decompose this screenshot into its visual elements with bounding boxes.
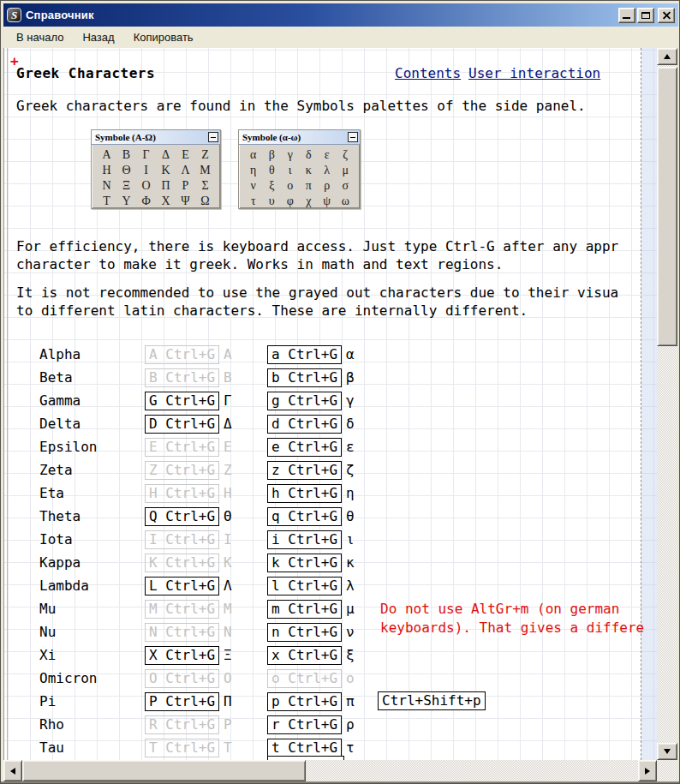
shortcut-group: b Ctrl+Gβ	[267, 366, 355, 389]
shortcut-box: h Ctrl+G	[267, 484, 342, 503]
palette-letter: Κ	[156, 163, 176, 178]
shortcut-group: i Ctrl+Gι	[267, 528, 355, 551]
letter-name: Theta	[39, 505, 81, 528]
palette-letter: ω	[337, 194, 355, 209]
shortcut-group: O Ctrl+GO	[145, 667, 232, 690]
close-button[interactable]	[658, 8, 675, 23]
shortcut-group: B Ctrl+GB	[145, 366, 232, 389]
shortcut-group: A Ctrl+GA	[145, 343, 232, 366]
result-char: Λ	[224, 578, 232, 594]
vertical-scroll-thumb[interactable]	[657, 67, 677, 346]
palette-letter: Ο	[136, 178, 156, 194]
letter-name: Mu	[39, 597, 56, 620]
palette-letter: β	[263, 147, 282, 163]
shortcut-box: i Ctrl+G	[267, 530, 342, 549]
letter-name: Pi	[39, 690, 56, 713]
shortcut-group: r Ctrl+Gρ	[267, 713, 355, 736]
scrollbar-corner	[657, 760, 677, 781]
palette-letter: ξ	[263, 178, 282, 194]
palette-letter: α	[244, 147, 263, 163]
scroll-left-button[interactable]	[3, 760, 22, 781]
palette-letter: Ι	[136, 163, 156, 178]
result-char: β	[346, 369, 355, 386]
menu-item-copy[interactable]: Копировать	[128, 28, 200, 46]
shortcut-box: a Ctrl+G	[267, 345, 342, 364]
shortcut-box: T Ctrl+G	[145, 739, 219, 757]
scroll-down-button[interactable]	[657, 743, 677, 760]
shortcut-box: N Ctrl+G	[145, 623, 219, 642]
shortcut-group: g Ctrl+Gγ	[267, 389, 355, 412]
palette-letter: Λ	[176, 163, 195, 178]
menu-item-home[interactable]: В начало	[10, 28, 69, 46]
result-char: γ	[346, 392, 355, 409]
palette-letter: ρ	[318, 178, 337, 194]
arrow-up-icon	[664, 54, 671, 59]
shortcut-box: x Ctrl+G	[267, 646, 342, 665]
menu-bar: В начало Назад Копировать	[3, 27, 678, 48]
shortcut-box: z Ctrl+G	[267, 461, 342, 480]
minimize-button[interactable]	[618, 8, 635, 23]
shortcut-box: b Ctrl+G	[267, 368, 342, 387]
app-icon: S	[7, 8, 21, 22]
result-char: ν	[346, 624, 355, 640]
table-row: BetaB Ctrl+GBb Ctrl+Gβ	[3, 366, 657, 389]
link-contents[interactable]: Contents	[395, 65, 461, 81]
help-page: + Greek Characters ContentsUser interact…	[3, 48, 657, 760]
shortcut-box: r Ctrl+G	[267, 715, 342, 734]
palette-letter: Ρ	[176, 178, 195, 194]
scroll-up-button[interactable]	[657, 48, 677, 65]
result-char: T	[224, 739, 232, 756]
result-char: N	[224, 624, 232, 640]
shortcut-box: R Ctrl+G	[145, 715, 219, 734]
palette-title: Symbole (α-ω)	[239, 130, 360, 145]
shortcut-box: B Ctrl+G	[145, 368, 219, 387]
palette-letter: Η	[97, 163, 116, 178]
result-char: π	[346, 693, 355, 709]
result-char: H	[224, 485, 232, 501]
shortcut-group: Q Ctrl+GΘ	[145, 505, 232, 528]
letter-name: Zeta	[39, 458, 73, 482]
vertical-scrollbar[interactable]	[657, 48, 677, 760]
result-char: ζ	[346, 462, 355, 478]
letter-name: Kappa	[39, 551, 81, 574]
link-user-interaction[interactable]: User interaction	[468, 65, 600, 81]
result-char: O	[224, 670, 232, 686]
horizontal-scroll-thumb[interactable]	[22, 760, 306, 781]
shortcut-box: m Ctrl+G	[267, 600, 342, 619]
shortcut-group: d Ctrl+Gδ	[267, 412, 355, 435]
shortcut-box: A Ctrl+G	[145, 345, 219, 364]
shortcut-group: R Ctrl+GP	[145, 713, 232, 736]
shortcut-box: Z Ctrl+G	[145, 461, 219, 480]
shortcut-box: M Ctrl+G	[145, 600, 219, 619]
horizontal-scrollbar[interactable]	[3, 760, 657, 781]
scroll-right-button[interactable]	[638, 760, 657, 781]
window-title: Справочник	[26, 9, 618, 21]
shortcut-group: G Ctrl+GΓ	[145, 389, 232, 412]
letter-name: Eta	[39, 482, 64, 505]
palette-letter: Ν	[97, 178, 116, 194]
shortcut-group: P Ctrl+GΠ	[145, 690, 232, 713]
shortcut-group: E Ctrl+GE	[145, 435, 232, 458]
palette-letter: Β	[116, 147, 136, 163]
shortcut-box: K Ctrl+G	[145, 554, 219, 572]
result-char: Π	[224, 693, 232, 709]
result-char: ρ	[346, 716, 355, 733]
maximize-button[interactable]	[637, 8, 654, 23]
shortcut-group: l Ctrl+Gλ	[267, 574, 355, 597]
palette-letter: Φ	[136, 194, 156, 209]
shortcut-box-extra: Ctrl+Shift+p	[378, 691, 486, 710]
menu-item-back[interactable]: Назад	[76, 28, 120, 46]
palette-letter: ο	[281, 178, 300, 194]
title-bar[interactable]: S Справочник	[3, 3, 678, 27]
altgr-warning: Do not use AltGr+m (on german keyboards)…	[380, 600, 644, 637]
palette-letter: η	[244, 163, 263, 178]
palette-letter: ν	[244, 178, 263, 194]
palette-letter: χ	[300, 194, 319, 209]
shortcut-box: D Ctrl+G	[145, 415, 219, 434]
table-row: ThetaQ Ctrl+GΘq Ctrl+Gθ	[3, 505, 657, 528]
table-row: IotaI Ctrl+GIi Ctrl+Gι	[3, 528, 657, 551]
shortcut-group: m Ctrl+Gμ	[267, 597, 355, 620]
shortcut-box: H Ctrl+G	[145, 484, 219, 503]
letter-name: Tau	[39, 736, 64, 759]
palette-letter: γ	[281, 147, 300, 163]
